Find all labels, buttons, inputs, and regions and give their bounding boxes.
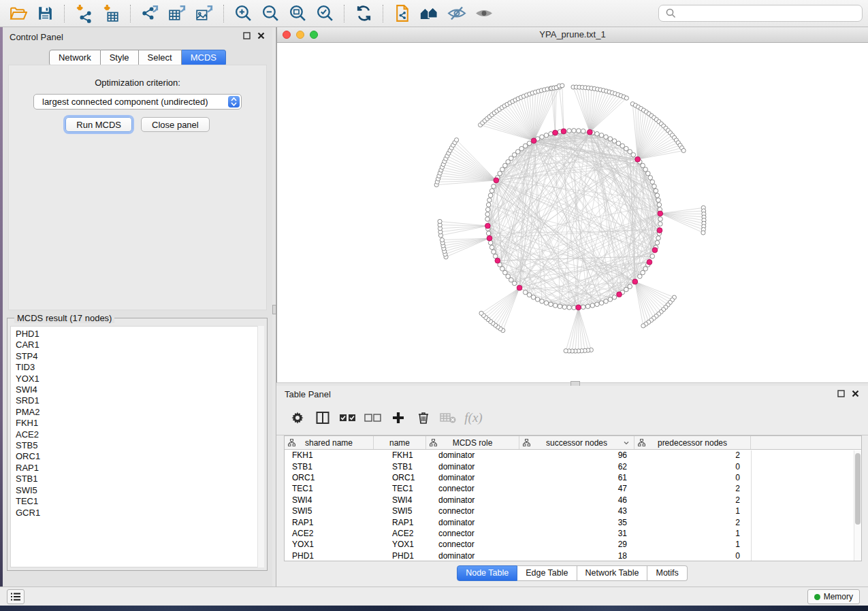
- cell-predecessor-nodes: 2: [634, 495, 751, 505]
- close-panel-button[interactable]: Close panel: [141, 117, 210, 132]
- table-row[interactable]: RAP1RAP1dominator352: [285, 516, 861, 527]
- mcds-result-item[interactable]: STP4: [16, 351, 263, 362]
- mcds-result-item[interactable]: RAP1: [16, 463, 263, 474]
- column-header-name[interactable]: name: [374, 436, 426, 449]
- column-header-successor-nodes[interactable]: successor nodes: [519, 436, 634, 449]
- table-row[interactable]: SWI4SWI4dominator462: [285, 495, 861, 506]
- cell-successor-nodes: 31: [519, 529, 634, 538]
- open-file-icon[interactable]: [7, 3, 28, 24]
- optimization-criterion-label: Optimization criterion:: [9, 78, 266, 88]
- cell-name: FKH1: [374, 450, 426, 460]
- home-layout-icon[interactable]: [419, 3, 440, 24]
- table-row[interactable]: ORC1ORC1dominator610: [285, 472, 861, 483]
- tab-style[interactable]: Style: [101, 50, 139, 66]
- optimization-criterion-dropdown[interactable]: largest connected component (undirected): [33, 94, 242, 110]
- mcds-result-item[interactable]: STB5: [16, 440, 263, 451]
- search-input[interactable]: [677, 7, 862, 20]
- table-row[interactable]: TEC1TEC1connector472: [285, 483, 861, 494]
- table-row[interactable]: FKH1FKH1dominator962: [285, 450, 861, 461]
- table-tab-edge-table[interactable]: Edge Table: [517, 565, 577, 581]
- search-box[interactable]: [658, 5, 863, 22]
- table-settings-icon[interactable]: [285, 408, 310, 428]
- minimize-window-icon[interactable]: [296, 31, 304, 39]
- zoom-out-icon[interactable]: [260, 3, 280, 24]
- column-layout-icon[interactable]: [310, 408, 335, 428]
- tab-select[interactable]: Select: [139, 50, 182, 66]
- cell-MCDS-role: dominator: [426, 518, 519, 527]
- mcds-result-list[interactable]: PHD1CAR1STP4TID3YOX1SWI4SRD1PMA2FKH1ACE2…: [10, 326, 264, 567]
- cell-name: RAP1: [374, 518, 426, 527]
- control-panel-tabs: NetworkStyleSelectMCDS: [3, 50, 272, 66]
- float-panel-icon[interactable]: [242, 31, 251, 40]
- import-table-icon[interactable]: [101, 3, 121, 24]
- network-view-window: YPA_prune.txt_1: [276, 27, 868, 382]
- zoom-in-icon[interactable]: [233, 3, 253, 24]
- mcds-result-item[interactable]: TID3: [16, 362, 263, 373]
- table-row[interactable]: ACE2ACE2connector311: [285, 528, 861, 539]
- mcds-result-item[interactable]: STB1: [16, 474, 263, 484]
- table-row[interactable]: STB1STB1dominator620: [285, 461, 861, 472]
- cell-MCDS-role: connector: [426, 484, 519, 493]
- table-row[interactable]: PHD1PHD1dominator180: [285, 550, 861, 561]
- mcds-result-item[interactable]: YOX1: [16, 374, 263, 384]
- task-history-button[interactable]: [7, 589, 25, 604]
- column-header-predecessor-nodes[interactable]: predecessor nodes: [634, 436, 751, 449]
- cell-shared-name: FKH1: [285, 450, 374, 460]
- column-header-shared-name[interactable]: shared name: [285, 436, 374, 449]
- deselect-all-icon[interactable]: [360, 408, 385, 428]
- network-window-titlebar[interactable]: YPA_prune.txt_1: [277, 27, 868, 43]
- cell-predecessor-nodes: 0: [634, 473, 751, 482]
- add-column-icon[interactable]: [385, 408, 411, 428]
- cell-MCDS-role: dominator: [426, 473, 519, 482]
- export-image-icon[interactable]: [194, 3, 214, 24]
- select-all-icon[interactable]: [335, 408, 360, 428]
- cell-predecessor-nodes: 2: [634, 484, 751, 493]
- mcds-result-item[interactable]: TEC1: [16, 496, 263, 507]
- zoom-selected-icon[interactable]: [315, 3, 335, 24]
- tab-mcds[interactable]: MCDS: [182, 50, 226, 66]
- mcds-result-item[interactable]: FKH1: [16, 418, 263, 429]
- delete-column-icon[interactable]: [411, 408, 436, 428]
- table-tab-network-table[interactable]: Network Table: [577, 565, 648, 581]
- show-all-icon[interactable]: [474, 3, 494, 24]
- export-table-icon[interactable]: [167, 3, 187, 24]
- mcds-result-item[interactable]: SWI5: [16, 485, 263, 496]
- import-network-icon[interactable]: [74, 3, 94, 24]
- table-tab-node-table[interactable]: Node Table: [457, 565, 517, 581]
- zoom-fit-icon[interactable]: [287, 3, 308, 24]
- table-panel: Table Panel f(x) shared namenameMCDS: [276, 386, 868, 587]
- table-row[interactable]: YOX1YOX1connector291: [285, 539, 861, 550]
- table-scrollbar[interactable]: [854, 450, 861, 561]
- mcds-list-scrollbar[interactable]: [257, 326, 264, 567]
- network-from-clipboard-icon[interactable]: [392, 3, 413, 24]
- refresh-layout-icon[interactable]: [353, 3, 374, 24]
- mcds-result-item[interactable]: PMA2: [16, 407, 263, 418]
- table-panel-title: Table Panel: [285, 389, 331, 399]
- network-graph-canvas[interactable]: [277, 43, 868, 382]
- table-scrollbar-thumb[interactable]: [855, 453, 861, 525]
- close-window-icon[interactable]: [283, 31, 291, 39]
- mcds-result-item[interactable]: SRD1: [16, 395, 263, 406]
- memory-button[interactable]: Memory: [807, 589, 860, 604]
- mcds-result-item[interactable]: ORC1: [16, 451, 263, 462]
- desktop-wallpaper-bottom: [0, 606, 868, 611]
- mcds-result-item[interactable]: ACE2: [16, 429, 263, 440]
- table-row[interactable]: SWI5SWI5connector431: [285, 506, 861, 516]
- mcds-result-item[interactable]: CAR1: [16, 340, 263, 350]
- mcds-result-item[interactable]: SWI4: [16, 384, 263, 395]
- cell-name: SWI5: [374, 506, 426, 516]
- mcds-result-item[interactable]: GCR1: [16, 508, 263, 518]
- close-table-panel-icon[interactable]: [851, 389, 860, 398]
- tab-network[interactable]: Network: [49, 50, 101, 66]
- close-panel-icon[interactable]: [257, 31, 266, 40]
- maximize-window-icon[interactable]: [310, 31, 318, 39]
- export-network-icon[interactable]: [140, 3, 160, 24]
- hide-selected-icon[interactable]: [447, 3, 467, 24]
- save-session-icon[interactable]: [35, 3, 55, 24]
- float-table-panel-icon[interactable]: [837, 389, 846, 398]
- column-header-MCDS-role[interactable]: MCDS role: [426, 436, 519, 449]
- mcds-result-item[interactable]: PHD1: [16, 329, 263, 340]
- table-tab-motifs[interactable]: Motifs: [647, 565, 687, 581]
- status-bar: Memory: [0, 587, 868, 606]
- run-mcds-button[interactable]: Run MCDS: [65, 117, 132, 132]
